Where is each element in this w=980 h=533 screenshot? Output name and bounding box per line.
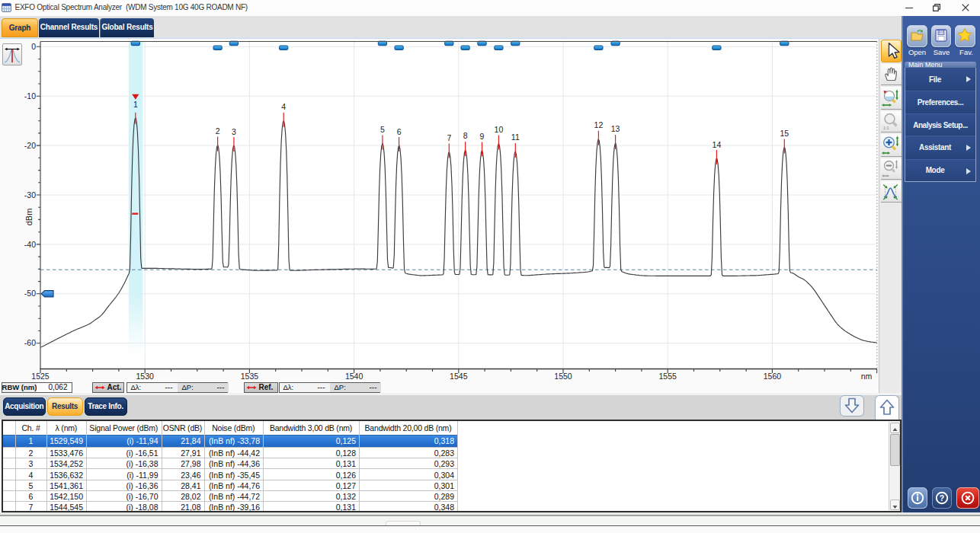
svg-text:1: 1: [133, 100, 138, 109]
svg-text:6: 6: [397, 127, 402, 136]
svg-text:-20: -20: [24, 141, 36, 150]
svg-text:-10: -10: [24, 91, 36, 101]
svg-text:5: 5: [380, 125, 385, 134]
svg-text:11: 11: [511, 132, 520, 142]
svg-text:10: 10: [495, 125, 504, 134]
svg-text:8: 8: [463, 131, 468, 140]
svg-text:1540: 1540: [345, 372, 363, 381]
svg-text:7: 7: [447, 133, 451, 142]
svg-text:-40: -40: [24, 240, 36, 249]
svg-text:1525: 1525: [31, 372, 50, 381]
svg-text:1530: 1530: [136, 372, 155, 381]
svg-text:14: 14: [713, 140, 722, 149]
svg-text:1545: 1545: [450, 372, 468, 381]
svg-text:9: 9: [480, 132, 485, 141]
svg-text:1:1: 1:1: [883, 126, 889, 130]
svg-text:12: 12: [594, 120, 604, 129]
svg-text:13: 13: [611, 124, 620, 133]
svg-text:-30: -30: [24, 190, 36, 199]
svg-text:3: 3: [232, 127, 236, 136]
svg-text:dBm: dBm: [24, 209, 34, 226]
svg-text:1555: 1555: [659, 372, 677, 381]
svg-text:?: ?: [940, 493, 944, 503]
svg-text:1535: 1535: [241, 372, 259, 381]
svg-text:2: 2: [216, 126, 220, 136]
svg-text:1560: 1560: [764, 372, 782, 381]
svg-text:-60: -60: [24, 338, 36, 347]
svg-text:4: 4: [281, 102, 286, 111]
svg-text:0: 0: [31, 42, 36, 51]
svg-text:nm: nm: [861, 372, 873, 381]
svg-text:-50: -50: [24, 289, 36, 298]
svg-text:15: 15: [780, 129, 789, 138]
svg-text:1550: 1550: [554, 372, 572, 381]
